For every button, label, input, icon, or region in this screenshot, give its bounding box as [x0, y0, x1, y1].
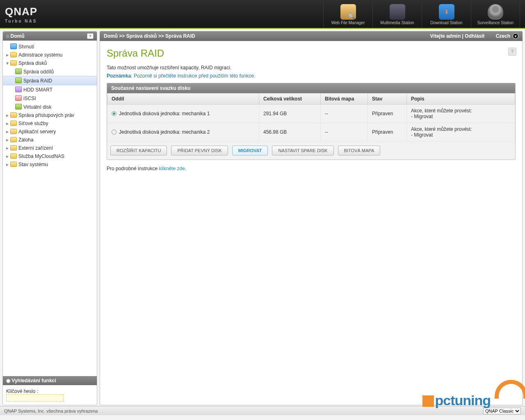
disk-icon	[15, 104, 22, 110]
multimedia-icon	[390, 4, 405, 20]
nav-external-devices[interactable]: ▸Externí zařízení	[3, 144, 97, 152]
camera-icon	[488, 4, 503, 20]
nav-disk-management[interactable]: ▾Správa disků	[3, 59, 97, 67]
row-radio[interactable]	[112, 130, 116, 135]
col-state[interactable]: Stav	[368, 94, 407, 105]
theme-selector[interactable]: QNAP Classic	[483, 408, 521, 414]
disk-icon	[15, 78, 22, 83]
sidebar-header: ⌂ Domů «	[3, 32, 97, 41]
hdd-icon	[15, 87, 22, 92]
volume-panel: Současné nastavení svazku disku Oddíl Ce…	[107, 83, 516, 160]
nav-overview[interactable]: Shrnutí	[3, 42, 97, 51]
col-size[interactable]: Celková velikost	[259, 94, 321, 105]
nav-tree: Shrnutí ▸Adinistrace systému ▾Správa dis…	[3, 41, 97, 376]
app-download-station[interactable]: Download Station	[422, 2, 471, 27]
app-surveillance-station[interactable]: Surveillance Station	[471, 2, 520, 27]
nav-network-services[interactable]: ▸Síťové služby	[3, 119, 97, 128]
keyword-input[interactable]	[6, 394, 64, 402]
nav-access-rights[interactable]: ▸Správa přístupových práv	[3, 111, 97, 119]
bitmap-button[interactable]: BITOVÁ MAPA	[338, 146, 381, 155]
brand-logo: QNAP Turbo NAS	[5, 5, 37, 23]
folder-icon	[10, 145, 17, 151]
sidebar-title: Domů	[11, 33, 25, 39]
nav-app-servers[interactable]: ▸Aplikační servery	[3, 128, 97, 136]
breadcrumb-path[interactable]: Domů >> Správa disků >> Správa RAID	[104, 33, 195, 39]
add-hard-drive-button[interactable]: PŘIDAT PEVNÝ DISK	[171, 146, 228, 155]
nav-sidebar: ⌂ Domů « Shrnutí ▸Adinistrace systému ▾S…	[2, 31, 97, 405]
nav-system-status[interactable]: ▸Stav systému	[3, 160, 97, 169]
col-desc[interactable]: Popis	[407, 94, 515, 105]
table-row[interactable]: Jednotlivá disková jednotka: mechanika 1…	[107, 105, 515, 123]
folder-icon	[10, 162, 17, 167]
table-row[interactable]: Jednotlivá disková jednotka: mechanika 2…	[107, 123, 515, 142]
copyright-text: QNAP Systems, Inc. všechna práva vyhraze…	[4, 409, 98, 413]
breadcrumb-bar: Domů >> Správa disků >> Správa RAID Víte…	[100, 31, 523, 41]
collapse-sidebar-button[interactable]: «	[87, 33, 94, 39]
app-header: QNAP Turbo NAS Web File Manager Multimed…	[0, 0, 525, 29]
folder-icon	[10, 52, 17, 57]
set-spare-disk-button[interactable]: NASTAVIT SPARE DISK	[272, 146, 333, 155]
intro-text: Tato možnost umožňuje rozšíření kapacity…	[107, 65, 516, 71]
nav-backup[interactable]: ▸Záloha	[3, 136, 97, 144]
footer-bar: QNAP Systems, Inc. všechna práva vyhraze…	[0, 406, 525, 415]
nav-hdd-smart[interactable]: HDD SMART	[3, 85, 97, 94]
col-bitmap[interactable]: Bitová mapa	[321, 94, 368, 105]
nav-volume-management[interactable]: Správa oddílů	[3, 67, 97, 76]
overview-icon	[10, 43, 17, 49]
folder-icon	[10, 112, 17, 118]
language-selector[interactable]: Czech▾	[496, 33, 518, 39]
app-launcher: Web File Manager Multimedia Station Down…	[323, 2, 520, 27]
folder-icon	[10, 60, 17, 66]
logout-link[interactable]: Odhlásit	[465, 33, 484, 39]
click-here-link[interactable]: klikněte zde	[159, 166, 185, 171]
panel-title: Současné nastavení svazku disku	[107, 83, 515, 93]
note-label: Poznámka	[107, 73, 131, 79]
expand-capacity-button[interactable]: ROZŠÍŘIT KAPACITU	[110, 146, 167, 155]
folder-icon	[10, 129, 17, 134]
iscsi-icon	[15, 95, 22, 101]
keyword-label: Klíčové heslo :	[6, 388, 38, 394]
page-title: Správa RAID	[107, 48, 516, 59]
page-content: ? Správa RAID Tato možnost umožňuje rozš…	[100, 41, 523, 405]
folder-icon	[10, 153, 17, 159]
disk-icon	[15, 68, 22, 74]
app-multimedia-station[interactable]: Multimedia Station	[372, 2, 422, 27]
note-text: : Pozorně si přečtěte instrukce před pou…	[131, 73, 255, 79]
app-web-file-manager[interactable]: Web File Manager	[323, 2, 372, 27]
download-icon	[439, 4, 454, 20]
detail-instructions: Pro podrobné instrukce klikněte zde.	[107, 166, 516, 171]
folder-icon	[10, 137, 17, 142]
volume-table: Oddíl Celková velikost Bitová mapa Stav …	[107, 93, 515, 142]
function-search-body: Klíčové heslo :	[3, 385, 97, 405]
chevron-down-icon: ▾	[513, 33, 518, 39]
nav-raid-management[interactable]: Správa RAID	[3, 76, 97, 85]
function-search-header: ◉ Vyhledávání funkcí	[3, 376, 97, 385]
nav-mycloudnas[interactable]: ▸Služba MyCloudNAS	[3, 152, 97, 160]
help-button[interactable]: ?	[508, 48, 516, 56]
folder-icon	[10, 121, 17, 126]
action-buttons: ROZŠÍŘIT KAPACITU PŘIDAT PEVNÝ DISK MIGR…	[107, 142, 515, 160]
migrate-button[interactable]: MIGROVAT	[232, 146, 268, 155]
nav-iscsi[interactable]: iSCSI	[3, 94, 97, 103]
col-volume[interactable]: Oddíl	[107, 94, 259, 105]
nav-virtual-disk[interactable]: Virtuální disk	[3, 103, 97, 111]
row-radio[interactable]	[112, 111, 116, 116]
nav-system-admin[interactable]: ▸Adinistrace systému	[3, 51, 97, 59]
folder-search-icon	[340, 4, 356, 20]
welcome-text: Vítejte admin	[430, 33, 461, 39]
